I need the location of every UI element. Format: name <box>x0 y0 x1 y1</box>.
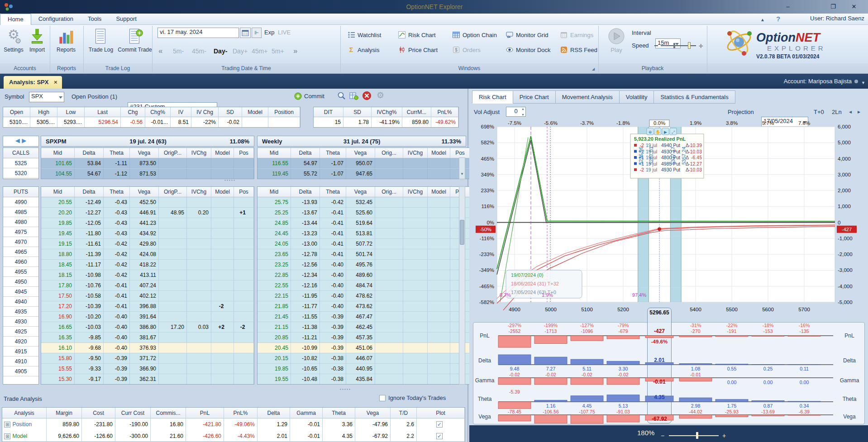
chain-row[interactable]: 20.20-12.27-0.43446.9148.950.20+1 <box>41 208 254 218</box>
scroll-down-icon[interactable]: ▼ <box>460 172 464 176</box>
chain-row[interactable]: 21.85-11.77-0.40473.62 <box>258 301 470 312</box>
speed-slider-thumb[interactable] <box>688 42 691 49</box>
chain-row[interactable]: 17.80-10.76-0.41407.24 <box>41 280 254 291</box>
table-row[interactable]: ⊞Model9,626.60-126.60-300.0021.60-426.60… <box>2 430 465 442</box>
chain-row[interactable]: 24.05-13.00-0.41507.72 <box>258 239 470 249</box>
step-Day+[interactable]: Day+ <box>233 48 248 55</box>
chain-row[interactable]: 16.10-9.68-0.40376.93 <box>41 343 254 353</box>
expand-icon[interactable]: ⊞ <box>4 422 10 428</box>
window-item-risk-chart[interactable]: Risk Chart <box>398 31 436 38</box>
commit-trade-button[interactable]: Commit Trade <box>117 27 153 53</box>
puts-scroll-thumb[interactable] <box>460 220 464 245</box>
speed-slider-track[interactable] <box>661 45 696 46</box>
speed-plus-icon[interactable]: ✛ <box>699 43 703 49</box>
tab-risk-chart[interactable]: Risk Chart <box>472 90 513 104</box>
strike-cell[interactable]: 4985 <box>3 207 38 217</box>
chain-row[interactable]: 17.50-10.58-0.41402.12 <box>41 291 254 301</box>
chain-row[interactable]: 20.85-11.21-0.39457.35 <box>258 333 470 343</box>
zoom-minus-icon[interactable]: − <box>661 432 664 439</box>
chain-row[interactable]: 24.45-13.23-0.41513.81 <box>258 228 470 239</box>
symbol-combo[interactable]: SPX <box>29 92 64 102</box>
window-item-price-chart[interactable]: Price Chart <box>398 46 438 53</box>
compare-grid-icon[interactable] <box>349 91 358 102</box>
menu-tab-support[interactable]: Support <box>109 14 144 25</box>
table-row[interactable]: ⊞Position859.80-231.80-190.0016.80-421.8… <box>2 418 465 430</box>
chain-row[interactable]: 22.85-12.34-0.40489.60 <box>258 270 470 280</box>
tab-price-chart[interactable]: Price Chart <box>513 90 555 104</box>
chain-row[interactable]: 16.90-10.20-0.40391.64 <box>41 312 254 322</box>
strike-cell[interactable]: 4945 <box>3 287 38 297</box>
strike-cell[interactable]: 4960 <box>3 257 38 267</box>
strike-cell[interactable]: 4955 <box>3 267 38 277</box>
ribbon-collapse-icon[interactable]: ▲ <box>760 17 765 22</box>
chain-row[interactable]: 19.85-10.65-0.38440.95 <box>258 364 470 374</box>
spinner-down-icon[interactable]: ▼ <box>521 113 525 116</box>
strike-cell[interactable]: 4975 <box>3 227 38 237</box>
strike-cell[interactable]: 4925 <box>3 327 38 337</box>
ta-plot[interactable]: ✓ <box>417 430 465 442</box>
strike-cell[interactable]: 4935 <box>3 307 38 317</box>
strike-cell[interactable]: 4915 <box>3 347 38 356</box>
commit-button[interactable]: Commit <box>294 92 324 100</box>
chain-row[interactable]: 23.25-12.56-0.40495.76 <box>258 260 470 270</box>
step-5m+[interactable]: 5m+ <box>272 48 284 55</box>
restore-button[interactable]: ❐ <box>825 2 841 11</box>
chain-row[interactable]: 19.45-11.80-0.43434.92 <box>41 228 254 239</box>
chain-row[interactable]: 101.6553.84-1.11873.50 <box>41 158 254 169</box>
chain-row[interactable]: 16.65-10.03-0.40386.8017.200.03+2-2 <box>41 322 254 333</box>
chain-row[interactable]: 18.15-10.98-0.42413.11 <box>41 270 254 280</box>
step-forward-icon[interactable]: » <box>293 47 297 56</box>
strike-cell[interactable]: 4940 <box>3 297 38 307</box>
chain-row[interactable]: 18.45-11.17-0.42418.22 <box>41 260 254 270</box>
chain-row[interactable]: 19.15-11.61-0.42429.80 <box>41 239 254 249</box>
chain-row[interactable]: 15.30-9.17-0.39362.31 <box>41 374 254 385</box>
step-45m-[interactable]: 45m- <box>192 48 206 55</box>
next-expiry-icon[interactable]: ▶ <box>22 137 26 144</box>
band-menu-icon[interactable]: ▼ <box>861 81 865 85</box>
expand-icon[interactable]: ⊞ <box>4 433 10 439</box>
strike-cell[interactable]: 4965 <box>3 247 38 257</box>
chain-row[interactable]: 116.5554.97-1.07950.07 <box>258 158 470 169</box>
splitter-handle[interactable] <box>339 388 351 390</box>
chain-row[interactable]: 20.15-10.82-0.38446.07 <box>258 353 470 364</box>
projection-prev-icon[interactable]: ◂ <box>849 109 852 115</box>
chain-row[interactable]: 21.15-11.38-0.39462.45 <box>258 322 470 333</box>
zoom-slider-thumb[interactable] <box>696 432 698 439</box>
step-back-icon[interactable]: « <box>158 47 162 56</box>
projection-t0[interactable]: T+0 <box>814 109 824 115</box>
puts-scrollbar[interactable] <box>459 186 465 385</box>
remove-icon[interactable] <box>362 91 372 102</box>
checkbox-checked-icon[interactable]: ✓ <box>436 433 443 439</box>
chain-row[interactable]: 104.5554.67-1.12871.53 <box>41 169 254 179</box>
speed-minus-icon[interactable] <box>654 45 658 46</box>
strike-cell[interactable]: 5325 <box>3 158 38 168</box>
chain-row[interactable]: 20.45-10.99-0.39451.06 <box>258 343 470 353</box>
checkbox-icon[interactable] <box>379 395 386 401</box>
search-icon[interactable] <box>337 91 346 102</box>
chain-row[interactable]: 22.15-11.95-0.40478.62 <box>258 291 470 301</box>
minimize-button[interactable]: – <box>780 2 796 11</box>
tab-close-icon[interactable]: × <box>54 79 57 86</box>
strike-cell[interactable]: 4990 <box>3 197 38 207</box>
strike-cell[interactable]: 4980 <box>3 217 38 227</box>
trade-log-button[interactable]: Trade Log <box>87 27 115 53</box>
prev-expiry-icon[interactable]: ◀ <box>15 137 20 144</box>
play-button[interactable]: Play <box>606 28 626 57</box>
chain-row[interactable]: 20.55-12.49-0.43452.50 <box>41 197 254 208</box>
step-Day-[interactable]: Day- <box>214 48 227 55</box>
ta-plot[interactable]: ✓ <box>417 418 465 430</box>
chain-row[interactable]: 119.4555.72-1.07947.65 <box>258 169 470 179</box>
checkbox-checked-icon[interactable]: ✓ <box>436 421 443 428</box>
settings-gear-icon[interactable]: ⚙ <box>377 90 384 100</box>
menu-tab-tools[interactable]: Tools <box>81 14 109 25</box>
tab-volatility[interactable]: Volatility <box>619 90 654 104</box>
reports-button[interactable]: Reports <box>52 27 80 53</box>
strike-cell[interactable]: 4910 <box>3 356 38 366</box>
windows-expand-icon[interactable]: ◢ <box>592 67 595 71</box>
menu-tab-home[interactable]: Home <box>0 14 31 25</box>
strike-cell[interactable]: 4970 <box>3 237 38 247</box>
window-item-option-chain[interactable]: Option Chain <box>453 31 497 38</box>
help-icon[interactable]: ? <box>776 15 780 23</box>
strike-cell[interactable]: 5320 <box>3 168 38 178</box>
window-item-watchlist[interactable]: Watchlist <box>348 31 381 38</box>
